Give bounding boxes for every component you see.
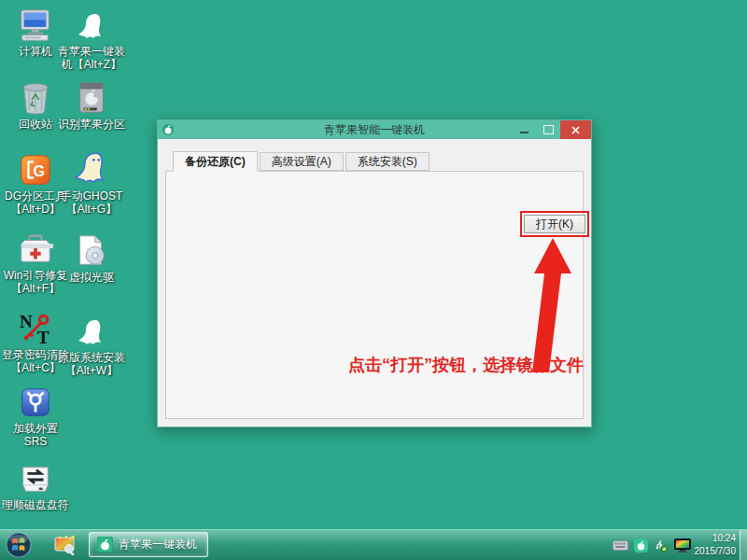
system-tray [613, 530, 691, 560]
desktop-icon-virtual-cd[interactable]: 虚拟光驱 [58, 233, 125, 285]
tab-advanced-settings[interactable]: 高级设置(A) [260, 152, 344, 171]
taskbar-app-label: 青苹果一键装机 [119, 537, 197, 553]
maximize-button[interactable] [536, 120, 560, 139]
maximize-icon [543, 125, 554, 134]
svg-text:G: G [34, 162, 46, 179]
keyboard-tray-icon[interactable] [613, 540, 628, 551]
ghost-icon [77, 319, 106, 349]
recycle-bin-icon [18, 80, 53, 116]
tab-backup-restore[interactable]: 备份还原(C) [173, 151, 258, 172]
green-apple-icon [97, 537, 113, 553]
close-icon [571, 126, 580, 134]
desktop-icon-label: 加载外置SRS [2, 423, 69, 449]
desktop-icon-label: 计算机 [19, 46, 52, 59]
desktop-icon-manual-ghost[interactable]: 手动GHOST【Alt+G】 [58, 152, 125, 217]
tab-system-install[interactable]: 系统安装(S) [345, 152, 430, 171]
desktop-icon-label: 虚拟光驱 [69, 272, 114, 285]
svg-text:N: N [20, 312, 33, 331]
titlebar[interactable]: 青苹果智能一键装机 [158, 120, 591, 139]
desktop-icon-label: 青苹果一键装机【Alt+Z】 [58, 46, 125, 72]
close-button[interactable] [560, 120, 591, 139]
start-button[interactable] [6, 532, 32, 558]
red-arrow-up-icon [527, 238, 571, 372]
green-apple-tray-icon[interactable] [634, 539, 648, 553]
app-window: 青苹果智能一键装机 备份还原(C) 高级设置(A) 系统安装(S) 还原系统 备… [157, 119, 592, 427]
tab-panel [165, 171, 584, 419]
desktop-tool-icon[interactable] [54, 535, 77, 555]
ghost-icon [77, 13, 106, 43]
taskbar-app-button[interactable]: 青苹果一键装机 [89, 532, 208, 557]
clock-date: 2015/7/30 [684, 545, 736, 558]
disk-order-icon [18, 461, 53, 497]
clock-time: 10:24 [684, 532, 736, 545]
desktop-icon-load-srs[interactable]: 加载外置SRS [2, 385, 69, 449]
taskbar: 青苹果一键装机 10:24 201 [0, 529, 747, 560]
usb-tray-icon[interactable] [654, 539, 669, 553]
apple-drive-icon [74, 80, 109, 116]
svg-text:T: T [37, 328, 49, 346]
desktop-icon-label: 手动GHOST【Alt+G】 [58, 190, 125, 217]
desktop-icon-original-install[interactable]: 原版系统安装【Alt+W】 [58, 315, 125, 378]
nt-key-icon: N T [18, 311, 53, 346]
tab-strip: 备份还原(C) 高级设置(A) 系统安装(S) [173, 152, 431, 172]
minimize-icon [520, 132, 529, 133]
taskbar-clock[interactable]: 10:24 2015/7/30 [684, 532, 736, 558]
srs-icon [18, 385, 53, 420]
desktop-icon-label: 原版系统安装【Alt+W】 [58, 352, 125, 378]
virtual-cd-icon [74, 233, 109, 269]
desktop-icon-qpg-install[interactable]: 青苹果一键装机【Alt+Z】 [58, 9, 125, 72]
desktop-icon-disk-order[interactable]: 理顺磁盘盘符 [2, 461, 69, 512]
desktop-icon-label: 理顺磁盘盘符 [2, 499, 69, 512]
desktop-icon-apple-partition[interactable]: 识别苹果分区 [58, 80, 125, 132]
first-aid-kit-icon [18, 231, 53, 267]
ghost-yellow-icon [74, 152, 109, 188]
open-button[interactable]: 打开(K) [524, 215, 585, 233]
dg-partition-icon: G [18, 152, 53, 188]
show-desktop-button[interactable] [740, 530, 747, 560]
computer-icon [18, 7, 53, 43]
minimize-button[interactable] [512, 120, 536, 139]
desktop-icon-label: 回收站 [19, 119, 52, 132]
desktop-icon-label: 识别苹果分区 [58, 119, 125, 132]
